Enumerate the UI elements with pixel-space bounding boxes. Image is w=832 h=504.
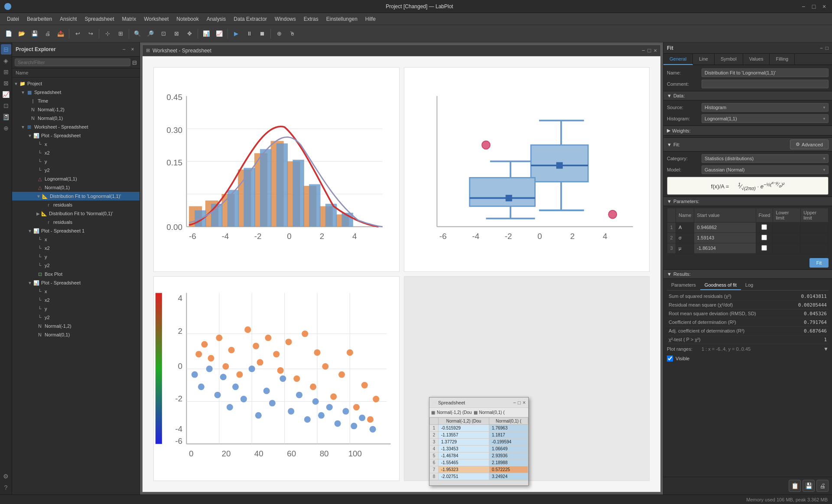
tree-item-p1y[interactable]: └ y [12, 252, 140, 261]
plot-ranges-dropdown[interactable]: ▼ [823, 346, 829, 352]
print-button[interactable]: 🖨 [42, 28, 54, 40]
ws-triangle[interactable]: ▼ [21, 125, 25, 129]
tree-item-resid1[interactable]: r residuals [12, 200, 140, 209]
model-select[interactable]: Gaussian (Normal) [702, 165, 829, 174]
results-tab-goodness[interactable]: Goodness of fit [700, 281, 741, 290]
tree-item-px[interactable]: └ x [12, 140, 140, 149]
save-image-button[interactable]: 💾 [803, 480, 815, 492]
tree-item-boxplot[interactable]: ⊡ Box Plot [12, 270, 140, 278]
data-cursor-button[interactable]: 🖱 [286, 28, 298, 40]
cell-v1[interactable]: -1.55465 [439, 459, 489, 466]
ss-close-btn[interactable]: × [523, 400, 526, 406]
select-button[interactable]: ⊹ [101, 28, 114, 40]
tree-item-normal01[interactable]: N Normal(0,1) [12, 114, 140, 123]
params-section-header[interactable]: ▼ Parameters: [663, 197, 832, 206]
param-lower[interactable] [773, 222, 801, 233]
tree-item-normal01c[interactable]: N Normal(0,1) [12, 330, 140, 339]
tree-item-p1x[interactable]: └ x [12, 235, 140, 244]
tree-item-dist-normal[interactable]: ▶ 📐 Distribution Fit to 'Normal(0,1)' [12, 209, 140, 218]
tree-item-worksheet[interactable]: ▼ ⊞ Worksheet - Spreadsheet [12, 123, 140, 131]
table-row[interactable]: 3 1.37729 -0.199594 [430, 439, 528, 446]
new-button[interactable]: 📄 [3, 28, 15, 40]
collapse-triangle[interactable]: ▼ [14, 81, 18, 86]
close-button[interactable]: × [821, 3, 828, 10]
fit-maximize-btn[interactable]: □ [826, 45, 829, 51]
cell-v2[interactable]: 1.06649 [489, 446, 528, 452]
ss-minimize-btn[interactable]: − [513, 400, 516, 406]
param-lower[interactable] [773, 243, 801, 253]
histogram-select[interactable]: Lognormal(1,1) [702, 114, 829, 123]
cell-v2[interactable]: 3.24924 [489, 473, 528, 480]
tree-item-spreadsheet[interactable]: ▼ ▦ Spreadsheet [12, 88, 140, 97]
tree-item-plot-ss1[interactable]: ▼ 📊 Plot - Spreadsheet 1 [12, 226, 140, 235]
ss-expand-btn[interactable]: □ [518, 400, 521, 406]
explorer-icon[interactable]: ⊟ [1, 44, 11, 55]
advanced-button[interactable]: ⚙ Advanced [790, 139, 829, 149]
results-section-header[interactable]: ▼ Results: [663, 269, 832, 279]
menu-item-einstellungen[interactable]: Einstellungen [323, 15, 361, 23]
matrix-icon[interactable]: ⊡ [1, 100, 11, 111]
pause-button[interactable]: ⏸ [243, 28, 255, 40]
tree-item-normal12b[interactable]: N Normal(-1,2) [12, 322, 140, 330]
select2-button[interactable]: ⊞ [114, 28, 127, 40]
cell-v2[interactable]: 1.1817 [489, 432, 528, 439]
comment-input[interactable] [702, 80, 829, 88]
ws-minimize-btn[interactable]: − [642, 47, 645, 54]
spreadsheet-icon[interactable]: ⊠ [1, 78, 11, 88]
help-icon-left[interactable]: ? [1, 482, 11, 493]
histogram-panel[interactable]: 0.45 0.30 0.15 0.00 -6 -4 -2 0 2 4 [153, 67, 400, 272]
params-row[interactable]: 3 μ [667, 243, 829, 253]
zoom-sel-button[interactable]: ⊠ [170, 28, 182, 40]
tree-item-px2[interactable]: └ x2 [12, 149, 140, 157]
tree-item-resid2[interactable]: r residuals [12, 218, 140, 226]
distfit-triangle[interactable]: ▼ [36, 194, 41, 199]
redo-button[interactable]: ↪ [84, 28, 97, 40]
pan-button[interactable]: ✥ [183, 28, 195, 40]
tree-item-p1x2[interactable]: └ x2 [12, 244, 140, 252]
cell-v2[interactable]: -0.199594 [489, 439, 528, 446]
fit-section-header[interactable]: ▼ Fit: ⚙ Advanced [663, 137, 832, 152]
table-row[interactable]: 8 -2.02751 3.24924 [430, 473, 528, 480]
param-fixed[interactable] [756, 222, 773, 233]
tree-item-project[interactable]: ▼ 📁 Project [12, 79, 140, 88]
data-section-header[interactable]: ▼ Data: [663, 91, 832, 100]
ss-triangle[interactable]: ▼ [21, 90, 25, 95]
tree-item-normal12[interactable]: N Normal(-1,2) [12, 105, 140, 114]
menu-item-spreadsheet[interactable]: Spreadsheet [81, 15, 117, 23]
cell-v1[interactable]: 1.37729 [439, 439, 489, 446]
tree-item-lognormal[interactable]: △ Lognormal(1,1) [12, 174, 140, 183]
results-tab-params[interactable]: Parameters [667, 281, 700, 290]
param-start-value[interactable] [694, 222, 756, 233]
sidebar-minimize-btn[interactable]: − [120, 46, 127, 53]
params-row[interactable]: 1 A [667, 222, 829, 233]
play-button[interactable]: ▶ [230, 28, 242, 40]
tree-item-p2x2[interactable]: └ x2 [12, 296, 140, 304]
filter-button[interactable]: ⊟ [132, 59, 137, 66]
tab-values[interactable]: Values [743, 54, 770, 65]
cell-v2[interactable]: 1.76963 [489, 425, 528, 432]
print-button-right[interactable]: 🖨 [816, 480, 829, 492]
menu-item-matrix[interactable]: Matrix [118, 15, 140, 23]
cell-v1[interactable]: -1.13557 [439, 432, 489, 439]
open-button[interactable]: 📂 [16, 28, 28, 40]
tree-item-normal01b[interactable]: △ Normal(0,1) [12, 183, 140, 192]
add-plot-button[interactable]: 📊 [200, 28, 212, 40]
zoom-fit-button[interactable]: ⊡ [157, 28, 169, 40]
settings-icon[interactable]: ⚙ [1, 471, 11, 481]
table-row[interactable]: 4 -1.33453 1.06649 [430, 446, 528, 452]
search-input[interactable] [15, 58, 130, 66]
params-row[interactable]: 2 σ [667, 233, 829, 243]
tab-symbol[interactable]: Symbol [715, 54, 743, 65]
menu-item-windows[interactable]: Windows [271, 15, 299, 23]
menu-item-worksheet[interactable]: Worksheet [140, 15, 172, 23]
distnormal-triangle[interactable]: ▶ [36, 211, 40, 216]
menu-item-analysis[interactable]: Analysis [203, 15, 230, 23]
param-upper[interactable] [801, 222, 829, 233]
tab-filling[interactable]: Filling [770, 54, 795, 65]
export-button[interactable]: 📤 [55, 28, 67, 40]
minimize-button[interactable]: − [800, 3, 807, 10]
ss-scrollbar[interactable] [429, 480, 528, 485]
tree-item-p2y2[interactable]: └ y2 [12, 313, 140, 322]
tree-item-time[interactable]: | Time [12, 97, 140, 105]
param-fixed[interactable] [756, 233, 773, 243]
